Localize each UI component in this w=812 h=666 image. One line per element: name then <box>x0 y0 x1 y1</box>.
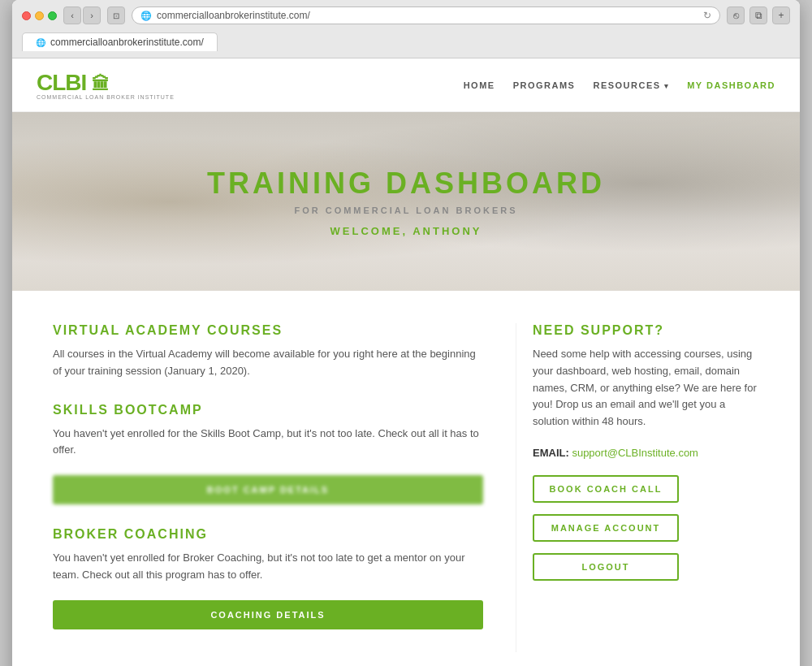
logo-area: CLBI 🏛 COMMERCIAL LOAN BROKER INSTITUTE <box>37 70 175 100</box>
refresh-button[interactable]: ↻ <box>703 10 711 21</box>
traffic-lights <box>22 11 57 20</box>
browser-nav-buttons: ‹ › <box>63 6 101 24</box>
support-title: NEED SUPPORT? <box>533 323 759 338</box>
browser-window: ‹ › ⊡ 🌐 commercialloanbrokerinstitute.co… <box>12 0 800 666</box>
url-text: commercialloanbrokerinstitute.com/ <box>157 10 698 21</box>
right-column: NEED SUPPORT? Need some help with access… <box>516 323 759 652</box>
minimize-button[interactable] <box>35 11 44 20</box>
active-tab[interactable]: 🌐 commercialloanbrokerinstitute.com/ <box>22 32 218 51</box>
hero-subtitle: FOR COMMERCIAL LOAN BROKERS <box>207 205 605 215</box>
nav-home[interactable]: HOME <box>464 80 495 90</box>
new-tab-button[interactable]: + <box>772 6 790 24</box>
tabs-button[interactable]: ⧉ <box>749 6 767 24</box>
hero-banner: TRAINING DASHBOARD FOR COMMERCIAL LOAN B… <box>12 112 800 291</box>
browser-chrome: ‹ › ⊡ 🌐 commercialloanbrokerinstitute.co… <box>12 0 800 58</box>
virtual-academy-title: VIRTUAL ACADEMY COURSES <box>53 323 483 338</box>
nav-resources[interactable]: RESOURCES <box>593 80 669 90</box>
broker-coaching-title: BROKER COACHING <box>53 527 483 542</box>
hero-content: TRAINING DASHBOARD FOR COMMERCIAL LOAN B… <box>207 166 605 237</box>
tab-bar: 🌐 commercialloanbrokerinstitute.com/ <box>22 31 790 51</box>
broker-coaching-section: BROKER COACHING You haven't yet enrolled… <box>53 527 483 629</box>
close-button[interactable] <box>22 11 31 20</box>
browser-actions: ⎋ ⧉ + <box>727 6 790 24</box>
book-coach-call-button[interactable]: BOOK COACH CALL <box>533 475 679 503</box>
email-label: EMAIL: <box>533 447 569 459</box>
main-content: VIRTUAL ACADEMY COURSES All courses in t… <box>12 291 800 666</box>
email-link[interactable]: support@CLBInstitute.com <box>572 447 698 459</box>
share-button[interactable]: ⎋ <box>727 6 745 24</box>
logo-icon: 🏛 <box>92 74 109 95</box>
back-button[interactable]: ‹ <box>63 6 81 24</box>
skills-bootcamp-section: SKILLS BOOTCAMP You haven't yet enrolled… <box>53 403 483 505</box>
left-column: VIRTUAL ACADEMY COURSES All courses in t… <box>53 323 516 652</box>
hero-title: TRAINING DASHBOARD <box>207 166 605 201</box>
logo: CLBI 🏛 COMMERCIAL LOAN BROKER INSTITUTE <box>37 70 175 100</box>
website: CLBI 🏛 COMMERCIAL LOAN BROKER INSTITUTE … <box>12 58 800 666</box>
manage-account-button[interactable]: MANAGE ACCOUNT <box>533 514 679 542</box>
bootcamp-details-button[interactable]: BOOT CAMP DETAILS <box>53 475 483 504</box>
address-bar[interactable]: 🌐 commercialloanbrokerinstitute.com/ ↻ <box>132 6 720 24</box>
tab-globe-icon: 🌐 <box>36 38 45 47</box>
virtual-academy-text: All courses in the Virtual Academy will … <box>53 346 483 380</box>
support-email: EMAIL: support@CLBInstitute.com <box>533 447 759 459</box>
virtual-academy-section: VIRTUAL ACADEMY COURSES All courses in t… <box>53 323 483 380</box>
site-nav: HOME PROGRAMS RESOURCES MY DASHBOARD <box>464 80 775 90</box>
skills-bootcamp-title: SKILLS BOOTCAMP <box>53 403 483 417</box>
site-header: CLBI 🏛 COMMERCIAL LOAN BROKER INSTITUTE … <box>12 58 800 112</box>
broker-coaching-text: You haven't yet enrolled for Broker Coac… <box>53 550 483 584</box>
globe-icon: 🌐 <box>140 11 152 21</box>
logo-text: CLBI 🏛 <box>37 70 109 95</box>
nav-dashboard[interactable]: MY DASHBOARD <box>687 80 775 90</box>
logout-button[interactable]: LOGOUT <box>533 553 679 581</box>
maximize-button[interactable] <box>48 11 57 20</box>
logo-subtitle: COMMERCIAL LOAN BROKER INSTITUTE <box>37 94 175 100</box>
tab-label: commercialloanbrokerinstitute.com/ <box>50 37 204 48</box>
hero-welcome: WELCOME, ANTHONY <box>207 225 605 237</box>
coaching-details-button[interactable]: COACHING DETAILS <box>53 600 483 629</box>
support-text: Need some help with accessing courses, u… <box>533 346 759 430</box>
nav-programs[interactable]: PROGRAMS <box>513 80 576 90</box>
forward-button[interactable]: › <box>83 6 101 24</box>
skills-bootcamp-text: You haven't yet enrolled for the Skills … <box>53 426 483 460</box>
view-button[interactable]: ⊡ <box>107 6 125 24</box>
